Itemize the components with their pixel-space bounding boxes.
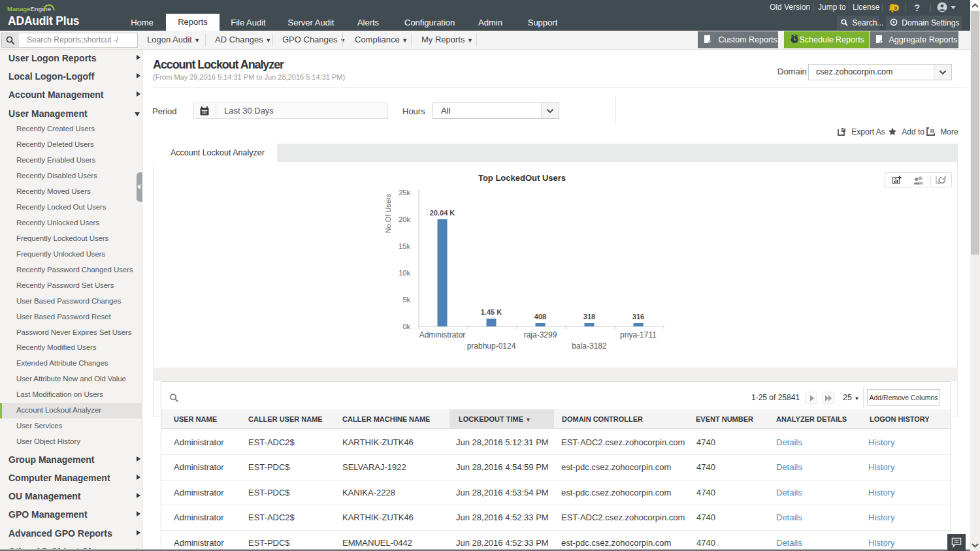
svg-text:10k: 10k: [399, 269, 410, 277]
svg-text:25k: 25k: [399, 189, 410, 197]
svg-text:0: 0: [894, 5, 898, 11]
svg-text:0k: 0k: [402, 323, 410, 330]
svg-text:1.45 K: 1.45 K: [481, 308, 502, 316]
svg-text:bala-3182: bala-3182: [572, 341, 607, 351]
svg-text:316: 316: [632, 313, 644, 321]
svg-text:318: 318: [583, 313, 595, 321]
svg-text:priya-1711: priya-1711: [620, 330, 657, 339]
svg-text:Top LockedOut Users: Top LockedOut Users: [478, 173, 566, 183]
svg-text:408: 408: [534, 313, 546, 321]
svg-text:15k: 15k: [399, 242, 410, 250]
svg-text:prabhup-0124: prabhup-0124: [467, 341, 516, 351]
svg-text:No.Of Users: No.Of Users: [384, 193, 392, 233]
svg-text:Administrator: Administrator: [419, 330, 466, 339]
svg-text:raja-3299: raja-3299: [524, 330, 557, 339]
svg-text:20k: 20k: [399, 215, 410, 223]
svg-text:20.04 K: 20.04 K: [430, 209, 455, 217]
svg-text:5k: 5k: [402, 296, 410, 304]
